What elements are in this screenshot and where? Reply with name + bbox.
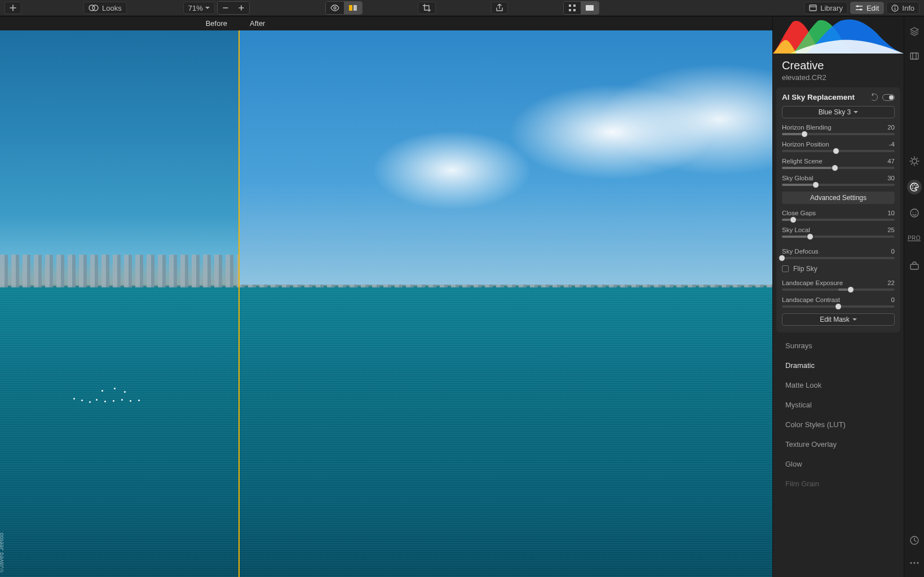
svg-rect-15	[910, 53, 918, 59]
svg-point-26	[910, 562, 912, 563]
slider-value: 0	[891, 248, 895, 255]
slider-sky-global[interactable]: Sky Global30	[782, 175, 895, 186]
tool-film-grain[interactable]: Film Grain	[776, 474, 900, 494]
slider-sky-local[interactable]: Sky Local25	[782, 227, 895, 238]
tool-matte-look[interactable]: Matte Look	[776, 375, 900, 395]
after-label: After	[250, 19, 265, 28]
svg-point-21	[910, 209, 918, 217]
tool-sunrays[interactable]: Sunrays	[776, 336, 900, 356]
tool-glow[interactable]: Glow	[776, 454, 900, 474]
tool-ai-sky-replacement: AI Sky Replacement Blue Sky 3 Horizon Bl…	[776, 87, 900, 332]
slider-relight-scene[interactable]: Relight Scene47	[782, 158, 895, 169]
watermark-text: ©Javed Jeetoo	[0, 532, 5, 572]
pro-label: PRO	[908, 235, 921, 241]
looks-button[interactable]: Looks	[83, 2, 127, 14]
preview-toggle-button[interactable]	[326, 2, 344, 14]
category-rail: PRO	[904, 16, 924, 577]
svg-point-19	[916, 185, 917, 187]
slider-label: Close Gaps	[782, 210, 816, 216]
advanced-settings-button[interactable]: Advanced Settings	[782, 192, 895, 204]
reset-icon[interactable]	[870, 94, 878, 101]
slider-landscape-contrast[interactable]: Landscape Contrast0	[782, 296, 895, 308]
slider-label: Sky Defocus	[782, 248, 819, 255]
canvas-area: Before After ©Javed Jeetoo	[0, 16, 772, 577]
info-label: Info	[902, 4, 914, 12]
canvas-icon[interactable]	[908, 50, 921, 63]
pro-category-icon[interactable]: PRO	[908, 232, 921, 244]
looks-icon	[89, 4, 99, 12]
grid-icon	[568, 4, 576, 12]
library-tab[interactable]: Library	[804, 2, 848, 14]
histogram[interactable]	[773, 16, 904, 54]
tool-mystical[interactable]: Mystical	[776, 395, 900, 415]
slider-horizon-position[interactable]: Horizon Position-4	[782, 141, 895, 152]
svg-point-1	[92, 5, 98, 11]
slider-value: 25	[887, 227, 895, 233]
info-tab[interactable]: Info	[886, 2, 919, 14]
svg-rect-24	[910, 264, 918, 269]
compare-split-handle[interactable]	[238, 30, 240, 577]
compare-labels: Before After	[0, 16, 772, 30]
share-button[interactable]	[491, 2, 508, 14]
slider-label: Sky Local	[782, 227, 810, 233]
slider-label: Landscape Contrast	[782, 296, 840, 303]
svg-point-23	[915, 212, 916, 213]
slider-value: 0	[891, 296, 895, 303]
grid-view-button[interactable]	[564, 2, 581, 14]
slider-landscape-exposure[interactable]: Landscape Exposure22	[782, 279, 895, 291]
slider-value: 30	[887, 175, 895, 181]
edit-tab[interactable]: Edit	[850, 2, 884, 14]
zoom-dropdown[interactable]: 71%	[183, 2, 215, 14]
more-icon[interactable]	[908, 557, 921, 569]
crop-button[interactable]	[418, 2, 436, 14]
panel-category-title: Creative	[773, 54, 904, 73]
svg-point-11	[856, 5, 859, 7]
creative-category-icon[interactable]	[907, 180, 922, 194]
library-icon	[809, 5, 817, 11]
portrait-category-icon[interactable]	[908, 207, 921, 219]
zoom-stepper	[217, 1, 250, 15]
checkbox-icon	[782, 265, 789, 272]
add-button[interactable]	[5, 2, 21, 14]
compare-view-button[interactable]	[344, 2, 362, 14]
edit-mask-dropdown[interactable]: Edit Mask	[782, 313, 895, 326]
slider-sky-defocus[interactable]: Sky Defocus0	[782, 248, 895, 259]
slider-value: 47	[887, 158, 895, 165]
tool-color-styles-lut[interactable]: Color Styles (LUT)	[776, 415, 900, 434]
tool-dramatic[interactable]: Dramatic	[776, 356, 900, 375]
advanced-settings-label: Advanced Settings	[810, 194, 866, 202]
zoom-out-button[interactable]	[218, 2, 233, 14]
svg-point-28	[917, 562, 918, 563]
tool-toggle[interactable]	[882, 94, 895, 101]
share-icon	[496, 4, 503, 12]
svg-point-18	[914, 184, 915, 185]
slider-value: 10	[887, 210, 895, 216]
flip-sky-checkbox[interactable]: Flip Sky	[782, 265, 895, 273]
library-label: Library	[820, 4, 843, 12]
sky-preset-dropdown[interactable]: Blue Sky 3	[782, 106, 895, 118]
toolbox-icon[interactable]	[908, 260, 921, 272]
history-icon[interactable]	[908, 534, 921, 547]
before-label: Before	[206, 19, 227, 28]
image-canvas[interactable]: ©Javed Jeetoo	[0, 30, 772, 577]
svg-rect-9	[586, 5, 594, 11]
eye-icon	[330, 5, 339, 11]
slider-label: Horizon Position	[782, 141, 829, 148]
slider-value: -4	[889, 141, 895, 148]
essentials-category-icon[interactable]	[908, 155, 921, 167]
tool-texture-overlay[interactable]: Texture Overlay	[776, 434, 900, 454]
tool-title: AI Sky Replacement	[782, 93, 855, 101]
single-view-button[interactable]	[581, 2, 599, 14]
slider-value: 22	[887, 279, 895, 286]
svg-rect-8	[573, 9, 576, 11]
slider-horizon-blending[interactable]: Horizon Blending20	[782, 124, 895, 135]
edit-label: Edit	[866, 4, 879, 12]
svg-point-2	[334, 7, 336, 9]
slider-label: Relight Scene	[782, 158, 823, 165]
svg-point-20	[912, 188, 913, 189]
layers-icon[interactable]	[908, 25, 921, 38]
slider-close-gaps[interactable]: Close Gaps10	[782, 210, 895, 221]
edit-mask-label: Edit Mask	[820, 316, 850, 323]
zoom-in-button[interactable]	[233, 2, 249, 14]
svg-point-27	[913, 562, 915, 563]
